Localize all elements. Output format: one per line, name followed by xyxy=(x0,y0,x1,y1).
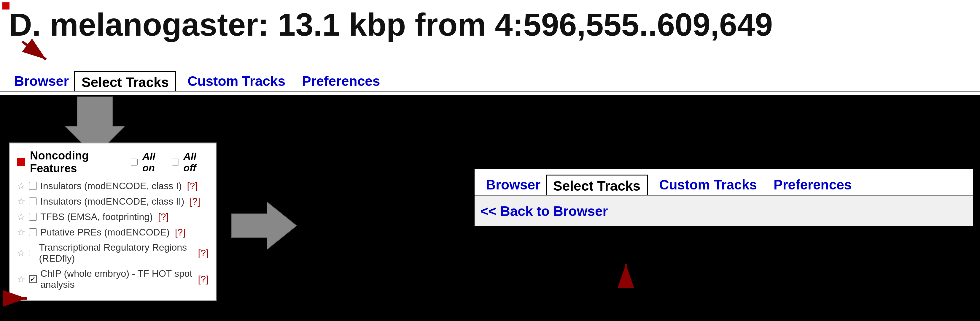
star-icon-2[interactable]: ☆ xyxy=(17,196,25,207)
section-title: Noncoding Features xyxy=(30,149,126,175)
svg-line-1 xyxy=(22,42,46,59)
all-off-label: All off xyxy=(184,150,208,174)
right-tab-custom-tracks[interactable]: Custom Tracks xyxy=(654,174,762,195)
track-label-insulators-2: Insulators (modENCODE, class II) xyxy=(40,196,184,207)
annotation-arrow-browser xyxy=(19,38,55,65)
right-tab-preferences[interactable]: Preferences xyxy=(768,174,857,195)
star-icon-4[interactable]: ☆ xyxy=(17,227,25,238)
track-item-insulators-2: ☆ Insulators (modENCODE, class II) [?] xyxy=(17,196,208,207)
star-icon-5[interactable]: ☆ xyxy=(17,248,25,259)
all-on-checkbox[interactable] xyxy=(131,158,138,166)
right-nav-tabs: Browser Select Tracks Custom Tracks Pref… xyxy=(474,169,973,196)
all-on-label: All on xyxy=(142,150,167,174)
panel-header: Noncoding Features All on All off xyxy=(17,149,208,175)
track-item-redfly: ☆ Transcriptional Regulatory Regions (RE… xyxy=(17,242,208,264)
track-checkbox-pres[interactable] xyxy=(29,228,37,236)
track-checkbox-insulators-1[interactable] xyxy=(29,182,37,190)
track-item-chip: ☆ ✓ ChIP (whole embryo) - TF HOT spot an… xyxy=(17,268,208,290)
nav-divider xyxy=(0,91,980,92)
track-item-pres: ☆ Putative PREs (modENCODE) [?] xyxy=(17,227,208,238)
tab-preferences[interactable]: Preferences xyxy=(297,71,385,91)
help-link-insulators-1[interactable]: [?] xyxy=(187,180,198,192)
tab-custom-tracks[interactable]: Custom Tracks xyxy=(182,71,291,91)
track-checkbox-chip[interactable]: ✓ xyxy=(29,275,37,283)
track-label-tfbs: TFBS (EMSA, footprinting) xyxy=(40,211,153,222)
annotation-arrow-chip xyxy=(3,289,33,307)
track-checkbox-insulators-2[interactable] xyxy=(29,198,37,205)
track-label-insulators-1: Insulators (modENCODE, class I) xyxy=(40,180,182,192)
svg-marker-5 xyxy=(231,202,297,249)
nav-tabs: Browser Select Tracks Custom Tracks Pref… xyxy=(9,71,385,91)
app-icon xyxy=(2,2,10,10)
right-panel: Browser Select Tracks Custom Tracks Pref… xyxy=(474,169,973,226)
tab-browser[interactable]: Browser xyxy=(9,71,74,91)
page-title: D. melanogaster: 13.1 kbp from 4:596,555… xyxy=(9,6,773,43)
left-track-panel: Noncoding Features All on All off ☆ Insu… xyxy=(9,142,216,301)
right-tab-browser[interactable]: Browser xyxy=(480,174,546,195)
help-link-redfly[interactable]: [?] xyxy=(198,248,208,259)
annotation-arrow-back xyxy=(608,258,644,288)
help-link-pres[interactable]: [?] xyxy=(175,227,186,238)
star-icon-6[interactable]: ☆ xyxy=(17,273,25,285)
tab-select-tracks[interactable]: Select Tracks xyxy=(74,71,176,91)
track-item-tfbs: ☆ TFBS (EMSA, footprinting) [?] xyxy=(17,211,208,222)
star-icon-3[interactable]: ☆ xyxy=(17,211,25,222)
track-label-pres: Putative PREs (modENCODE) xyxy=(40,227,170,238)
all-off-checkbox[interactable] xyxy=(172,158,179,166)
help-link-insulators-2[interactable]: [?] xyxy=(189,196,200,207)
header-bar: D. melanogaster: 13.1 kbp from 4:596,555… xyxy=(0,0,980,95)
back-to-browser-link[interactable]: << Back to Browser xyxy=(474,196,973,226)
checkmark-chip: ✓ xyxy=(30,275,36,283)
help-link-tfbs[interactable]: [?] xyxy=(158,211,169,222)
section-icon xyxy=(17,158,25,166)
track-item-insulators-1: ☆ Insulators (modENCODE, class I) [?] xyxy=(17,180,208,192)
help-link-chip[interactable]: [?] xyxy=(198,274,208,285)
track-label-chip: ChIP (whole embryo) - TF HOT spot analys… xyxy=(40,268,192,290)
star-icon[interactable]: ☆ xyxy=(17,180,25,192)
track-checkbox-redfly[interactable] xyxy=(29,249,35,257)
annotation-arrow-right xyxy=(231,202,297,249)
track-label-redfly: Transcriptional Regulatory Regions (REDf… xyxy=(39,242,192,264)
right-tab-select-tracks[interactable]: Select Tracks xyxy=(546,175,648,195)
track-checkbox-tfbs[interactable] xyxy=(29,213,37,220)
